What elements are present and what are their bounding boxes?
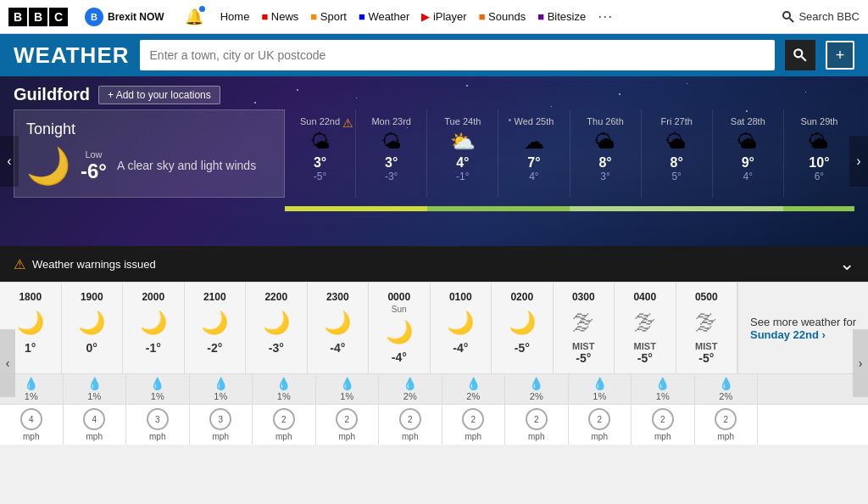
day-low-temp: -1°	[456, 171, 469, 182]
day-label: Fri 27th	[661, 116, 693, 126]
day-label: Thu 26th	[587, 116, 623, 126]
hour-time: 1800	[0, 288, 61, 305]
tonight-temperature: -6°	[81, 160, 107, 183]
location-search-bar[interactable]	[140, 40, 775, 70]
wind-cell: 4 mph	[0, 405, 64, 445]
nav-iplayer[interactable]: ▶ iPlayer	[421, 10, 466, 23]
forecast-area: Tonight 🌙 Low -6° A clear sky and light …	[0, 109, 868, 206]
day-col[interactable]: Sun 29th 🌥 10° 6°	[783, 109, 854, 198]
temp-bar-7	[712, 206, 783, 211]
search-bbc-label: Search BBC	[798, 10, 860, 23]
brexit-label: Brexit NOW	[108, 11, 164, 23]
hero-section: ‹ Guildford + Add to your locations Toni…	[0, 76, 868, 246]
brexit-section[interactable]: B Brexit NOW	[85, 8, 164, 26]
hourly-scroll-right[interactable]: ›	[853, 329, 868, 397]
hourly-scroll-left[interactable]: ‹	[0, 329, 15, 397]
day-col[interactable]: Wed 25th ☁ 7° 4°	[498, 109, 569, 198]
weather-header: WEATHER +	[0, 34, 868, 76]
wind-circle: 2	[715, 408, 737, 430]
bbc-logo[interactable]: B B C	[8, 8, 68, 26]
search-submit-button[interactable]	[785, 40, 815, 70]
add-to-locations-button[interactable]: + Add to your locations	[98, 86, 220, 104]
nav-bitesize[interactable]: ■ Bitesize	[537, 10, 586, 23]
rain-cell: 💧 2%	[442, 374, 506, 404]
day-col[interactable]: Thu 26th 🌥 8° 3°	[570, 109, 641, 198]
wind-speed: mph	[339, 432, 355, 441]
day-high-temp: 4°	[456, 155, 469, 171]
nav-links: Home ■ News ■ Sport ■ Weather ▶ iPlayer …	[220, 8, 614, 25]
day-col[interactable]: Sun 22nd ⚠ 🌤 3° -5°	[285, 109, 355, 198]
tonight-temp-block: Low -6°	[81, 149, 107, 183]
rain-cell: 💧 1%	[126, 374, 190, 404]
day-weather-icon: 🌥	[595, 130, 615, 154]
wind-speed: mph	[149, 432, 165, 441]
rain-icon: 💧	[276, 377, 291, 390]
low-label: Low	[81, 149, 107, 160]
weather-brand-title: WEATHER	[14, 42, 130, 69]
day-warning-icon: ⚠	[342, 116, 353, 130]
rain-icon: 💧	[593, 377, 607, 390]
rain-icon: 💧	[340, 377, 354, 390]
svg-point-2	[794, 49, 802, 57]
location-search-input[interactable]	[150, 48, 765, 62]
nav-weather[interactable]: ■ Weather	[359, 10, 409, 23]
day-weather-icon: 🌤	[381, 130, 402, 154]
wind-cell: 3 mph	[126, 405, 190, 445]
temp-bar-6	[641, 206, 712, 211]
hour-col: 0100 🌙 -4°	[431, 283, 492, 373]
day-col[interactable]: Fri 27th 🌥 8° 5°	[641, 109, 712, 198]
day-col[interactable]: Tue 24th ⛅ 4° -1°	[426, 109, 498, 198]
day-col[interactable]: Sat 28th 🌥 9° 4°	[712, 109, 783, 198]
wind-circle: 4	[83, 408, 105, 430]
rain-icon: 💧	[150, 377, 164, 390]
day-high-temp: 10°	[809, 155, 829, 171]
hour-weather-icon: 🌙	[431, 305, 492, 341]
hour-temp: 0°	[62, 341, 123, 358]
wind-cell: 2 mph	[632, 405, 695, 445]
wind-circle: 2	[652, 408, 674, 430]
scroll-left-arrow[interactable]: ‹	[0, 136, 19, 187]
more-menu-button[interactable]: ···	[598, 8, 613, 25]
hour-mist: MIST	[676, 341, 737, 351]
warning-bar[interactable]: ⚠ Weather warnings issued ⌄	[0, 246, 868, 282]
search-bbc-button[interactable]: Search BBC	[782, 10, 860, 24]
nav-news[interactable]: ■ News	[261, 10, 298, 23]
hour-col: 0400 🌫 MIST -5°	[615, 283, 676, 373]
hour-temp: -4°	[369, 350, 430, 367]
hour-weather-icon: 🌙	[369, 314, 430, 350]
add-location-plus-button[interactable]: +	[826, 41, 854, 70]
day-high-temp: 8°	[598, 155, 611, 171]
tonight-description: A clear sky and light winds	[117, 158, 256, 175]
see-more-link[interactable]: Sunday 22nd ›	[750, 328, 826, 341]
hour-col: 1900 🌙 0°	[62, 283, 124, 373]
day-weather-icon: 🌥	[809, 130, 829, 154]
nav-sport[interactable]: ■ Sport	[310, 10, 347, 23]
rain-percent: 1%	[277, 391, 291, 401]
wind-speed: mph	[718, 432, 734, 441]
day-low-temp: 5°	[671, 171, 681, 182]
wind-cell: 2 mph	[253, 405, 316, 445]
hour-mist: MIST	[554, 341, 615, 351]
warning-chevron-icon[interactable]: ⌄	[839, 253, 854, 275]
day-col[interactable]: Mon 23rd 🌤 3° -3°	[355, 109, 426, 198]
scroll-right-arrow[interactable]: ›	[849, 136, 868, 187]
notification-bell[interactable]: 🔔	[185, 8, 203, 26]
hour-col: 0200 🌙 -5°	[492, 283, 554, 373]
day-low-temp: 3°	[600, 171, 609, 182]
wind-cell: 2 mph	[379, 405, 442, 445]
temp-bar-8	[783, 206, 854, 211]
nav-home[interactable]: Home	[220, 10, 250, 23]
wind-circle: 2	[336, 408, 358, 430]
day-label: Sun 29th	[800, 116, 837, 126]
bbc-c: C	[49, 8, 68, 26]
rain-percent: 2%	[719, 391, 732, 401]
svg-line-3	[802, 57, 806, 61]
tonight-body: 🌙 Low -6° A clear sky and light winds	[26, 145, 272, 187]
rain-cell: 💧 1%	[632, 374, 695, 404]
nav-sounds[interactable]: ■ Sounds	[479, 10, 526, 23]
hour-temp: -5°	[676, 351, 737, 368]
hour-temp: -1°	[123, 341, 184, 358]
location-bar: Guildford + Add to your locations	[0, 76, 868, 109]
wind-row: 4 mph 4 mph 3 mph 3 mph 2 mph 2 mph 2 mp…	[0, 404, 868, 445]
day-low-temp: -5°	[314, 171, 326, 182]
